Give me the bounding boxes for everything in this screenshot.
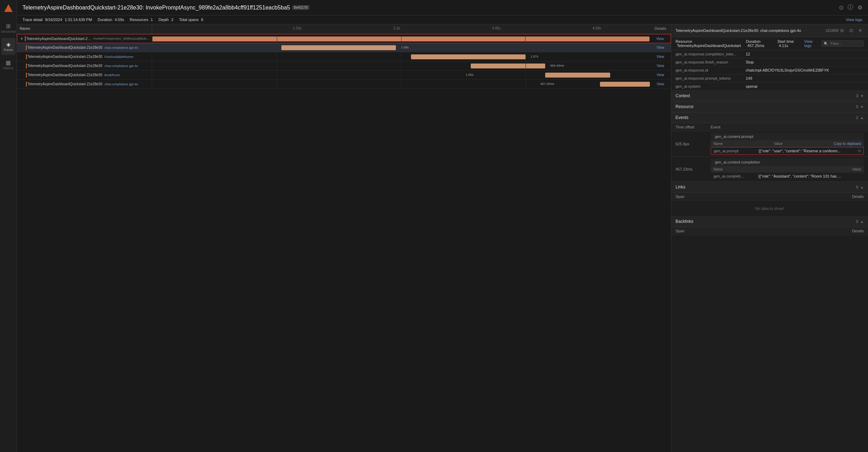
table-row[interactable]: TelemetryAspireDashboardQuickstart-21e28… — [17, 80, 671, 89]
view-logs-link[interactable]: View logs — [846, 18, 862, 22]
span-dur-4: 1.05s — [466, 73, 474, 77]
maximize-icon[interactable]: ⊡ — [848, 27, 855, 34]
table-row[interactable]: ▼ TelemetryAspireDashboardQuickstart-21e… — [17, 34, 671, 43]
span-tag-0: InvokePromptAsync_989fe2a2a8bb4c... — [93, 37, 149, 40]
row-name-5: TelemetryAspireDashboardQuickstart-21e28… — [17, 80, 152, 88]
sidebar-item-structured[interactable]: ⊞ Structured — [1, 20, 15, 36]
view-link-2[interactable]: View — [657, 55, 664, 59]
right-panel-header: TelemetryAspireDashboardQuickstart-21e28… — [671, 24, 868, 37]
span-bar-3 — [471, 64, 546, 68]
view-link-5[interactable]: View — [657, 82, 664, 86]
span-name-5: TelemetryAspireDashboardQuickstart-21e28… — [27, 82, 102, 86]
resource-chevron: ▼ — [860, 105, 864, 109]
grid-3d — [526, 61, 526, 70]
view-link-0[interactable]: View — [656, 37, 664, 41]
links-chevron: ▲ — [860, 185, 864, 189]
grid-3e — [526, 71, 526, 79]
row-details-1: View — [650, 43, 671, 52]
event-data-name-col-1: Name — [713, 167, 723, 171]
grid-1c — [276, 52, 277, 61]
prop-row-1: gen_ai.response.finish_reason Stop — [671, 58, 868, 66]
table-row[interactable]: TelemetryAspireDashboardQuickstart-21e28… — [17, 43, 671, 52]
event-data-header-0: Name Value Copy to clipboard — [711, 140, 864, 147]
links-section-header[interactable]: Links 0 ▲ — [671, 182, 868, 193]
links-details-col: Details — [852, 194, 864, 199]
resource-section-header[interactable]: Resource 5 ▼ — [671, 101, 868, 112]
row-timeline-3: 694.43ms — [152, 61, 650, 70]
properties-table: gen_ai.response.completion_toke... 12 ge… — [671, 50, 868, 91]
event-time-0: 625.9μs — [676, 142, 711, 146]
table-row[interactable]: TelemetryAspireDashboardQuickstart-21e28… — [17, 52, 671, 61]
filter-wrapper: 🔍 — [822, 40, 864, 47]
event-copy-icon-0[interactable]: ⧉ — [858, 149, 861, 153]
events-chevron: ▲ — [860, 116, 864, 120]
sidebar-item-metrics[interactable]: ▦ Metrics — [1, 56, 15, 73]
row-details-0: View — [650, 34, 671, 43]
span-color-bar-1 — [26, 45, 27, 50]
span-name-0: TelemetryAspireDashboardQuickstart-21e28… — [26, 37, 92, 41]
table-body[interactable]: ▼ TelemetryAspireDashboardQuickstart-21e… — [17, 34, 671, 452]
span-bar-2 — [411, 54, 526, 59]
view-link-4[interactable]: View — [657, 73, 664, 77]
links-sub-header: Span Details — [671, 193, 868, 201]
events-count: 2 — [856, 115, 858, 120]
links-title: Links — [676, 185, 685, 190]
app-logo — [3, 3, 14, 14]
backlinks-span-col: Span — [676, 229, 685, 233]
backlinks-title: Backlinks — [676, 219, 693, 224]
links-count: 0 — [856, 185, 858, 189]
context-section-header[interactable]: Context 3 ▼ — [671, 91, 868, 101]
span-name-2: TelemetryAspireDashboardQuickstart-21e28… — [27, 55, 102, 59]
trace-depth: Depth 2 — [158, 18, 174, 22]
marker-2: 2.3s — [393, 26, 400, 30]
event-data-value-col-1: Value — [852, 167, 861, 171]
event-group-prompt: 625.9μs gen_ai.content.prompt Name Value… — [671, 131, 868, 157]
marker-1: 1.15s — [293, 26, 301, 30]
row-name-0: ▼ TelemetryAspireDashboardQuickstart-21e… — [17, 34, 152, 43]
event-group-completion: 457.23ms gen_ai.content.completion Name … — [671, 157, 868, 182]
filter-area: 🔍 — [822, 40, 864, 47]
span-name-3: TelemetryAspireDashboardQuickstart-21e28… — [27, 64, 102, 68]
prop-row-0: gen_ai.response.completion_toke... 12 — [671, 50, 868, 58]
grid-2 — [401, 34, 402, 43]
minimize-icon[interactable]: ⊟ — [838, 27, 846, 34]
prop-value-1: Stop — [746, 60, 864, 64]
events-section-header[interactable]: Events 2 ▲ — [671, 112, 868, 123]
backlinks-chevron: ▲ — [860, 220, 864, 224]
close-icon[interactable]: ✕ — [857, 27, 864, 34]
table-row[interactable]: TelemetryAspireDashboardQuickstart-21e28… — [17, 61, 671, 71]
row-details-2: View — [650, 52, 671, 61]
settings-icon[interactable]: ⚙ — [857, 4, 862, 11]
right-panel-actions: ⊟ ⊡ ✕ — [838, 27, 864, 34]
topbar-actions: ⊙ ⓘ ⚙ — [839, 4, 862, 11]
right-panel-body[interactable]: gen_ai.response.completion_toke... 12 ge… — [671, 50, 868, 452]
meta-view-logs[interactable]: View logs — [804, 39, 817, 48]
github-icon[interactable]: ⊙ — [839, 4, 843, 11]
info-icon[interactable]: ⓘ — [848, 4, 853, 11]
span-tag-3: chat.completions gpt-4o — [104, 64, 138, 68]
expand-icon-0[interactable]: ▼ — [20, 37, 24, 41]
prop-row-2: gen_ai.response.id chatcmpl-ABCfOYfz3LSn… — [671, 66, 868, 74]
links-span-col: Span — [676, 194, 685, 199]
table-row[interactable]: TelemetryAspireDashboardQuickstart-21e28… — [17, 71, 671, 80]
row-name-3: TelemetryAspireDashboardQuickstart-21e28… — [17, 61, 152, 70]
grid-3c — [526, 52, 526, 61]
meta-start-time: Start time 4.11s — [777, 39, 800, 48]
prop-name-2: gen_ai.response.id — [676, 68, 746, 72]
copy-to-clipboard-btn[interactable]: Copy to clipboard — [834, 142, 861, 146]
grid-1f — [276, 80, 277, 88]
event-group-name-1: gen_ai.content.completion — [711, 158, 864, 166]
view-link-1[interactable]: View — [657, 46, 664, 49]
timeline-markers: 1.15s 2.3s 3.45s 4.59s — [152, 26, 650, 30]
prop-name-1: gen_ai.response.finish_reason — [676, 60, 746, 64]
page-title-bar: TelemetryAspireDashboardQuickstart-21e28… — [17, 0, 868, 15]
sidebar-item-traces[interactable]: ◈ Traces — [1, 38, 15, 55]
metrics-icon: ▦ — [6, 59, 11, 66]
view-link-3[interactable]: View — [657, 64, 664, 68]
marker-4: 4.59s — [593, 26, 601, 30]
backlinks-section-header[interactable]: Backlinks 0 ▲ — [671, 216, 868, 227]
event-time-1: 457.23ms — [676, 167, 711, 171]
event-data-name-col: Name — [713, 142, 723, 146]
trace-badge: 8e43178 — [292, 5, 309, 10]
filter-input[interactable] — [822, 40, 864, 47]
